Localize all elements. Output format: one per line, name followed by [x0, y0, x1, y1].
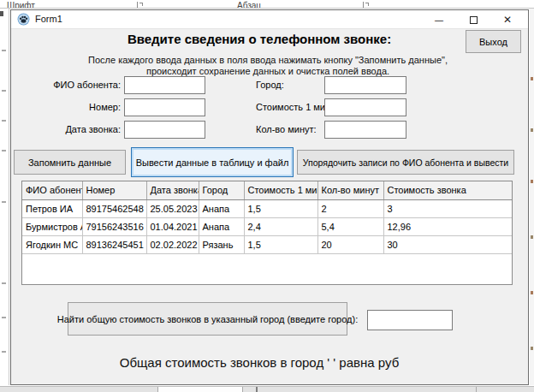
city-search-input[interactable]	[367, 310, 453, 330]
gridline-divider	[476, 387, 477, 392]
dialog-launcher-icon	[363, 2, 369, 9]
margin-artifact	[2, 317, 6, 318]
grid-header-row: ФИО абонента Номер Дата звонка Город Сто…	[22, 181, 512, 199]
col-header-minutes[interactable]: Кол-во минут	[317, 181, 383, 199]
close-icon[interactable]: ✕	[492, 10, 523, 29]
cell[interactable]: Анапа	[199, 217, 244, 235]
dialog-launcher-icon	[137, 2, 143, 9]
col-header-fio[interactable]: ФИО абонента	[22, 181, 82, 199]
cell[interactable]: 20	[317, 235, 383, 253]
cell[interactable]: 79156243516	[82, 217, 146, 235]
number-label: Номер:	[44, 98, 121, 116]
call-date-label: Дата звонка:	[44, 121, 121, 139]
margin-artifact	[2, 90, 6, 92]
cell[interactable]: 5,4	[317, 217, 383, 235]
fio-label: ФИО абонента:	[44, 76, 121, 94]
word-table-gridline-strip	[0, 386, 534, 392]
margin-artifact	[2, 351, 6, 353]
cell[interactable]: 89136245451	[82, 235, 146, 253]
window-title: Form1	[35, 14, 62, 24]
minutes-input[interactable]	[324, 121, 406, 139]
cell[interactable]: 12,96	[383, 217, 512, 235]
cell[interactable]: Петров ИА	[22, 199, 82, 217]
instructions-text: После каждого ввода данных в поля ввода …	[45, 55, 490, 77]
cell[interactable]: Анапа	[199, 199, 244, 217]
minimize-icon[interactable]: —	[424, 10, 454, 29]
call-date-input[interactable]	[124, 121, 205, 139]
gridline-divider	[256, 387, 258, 392]
margin-artifact	[531, 291, 533, 294]
cell[interactable]: 1,5	[244, 235, 317, 253]
page-title: Введите сведения о телефонном звонке:	[45, 32, 473, 46]
ribbon-group-paragraph-label: Абзац	[237, 1, 261, 9]
save-data-button[interactable]: Запомнить данные	[14, 150, 126, 175]
margin-artifact	[531, 347, 533, 350]
col-header-number[interactable]: Номер	[82, 181, 146, 199]
app-paw-icon[interactable]	[17, 13, 30, 26]
form-window: Form1 — ✕ Введите сведения о телефонном …	[10, 9, 529, 385]
ribbon-group-font-label: Шрифт	[7, 1, 35, 9]
find-city-total-button[interactable]: Найти общую стоимость звонков в указанны…	[68, 302, 347, 336]
cost-per-min-input[interactable]	[324, 98, 406, 116]
maximize-icon[interactable]	[458, 10, 489, 29]
margin-artifact	[2, 50, 6, 51]
table-row[interactable]: Ягодкин МС 89136245451 02.02.2022 Рязань…	[22, 235, 512, 253]
col-header-city[interactable]: Город	[199, 181, 244, 199]
margin-artifact	[531, 128, 533, 132]
calls-data-grid: ФИО абонента Номер Дата звонка Город Сто…	[21, 181, 513, 285]
total-cost-label: Общая стоимость звонков в город ' ' равн…	[11, 355, 507, 370]
cell[interactable]: 25.05.2023	[146, 199, 199, 217]
cell[interactable]: 3	[383, 199, 512, 217]
page-left-margin	[0, 9, 9, 385]
instructions-line-1: После каждого ввода данных в поля ввода …	[45, 55, 490, 66]
cell[interactable]: 30	[383, 235, 512, 253]
margin-artifact	[531, 180, 533, 183]
page-right-margin	[530, 9, 534, 385]
sort-by-fio-button[interactable]: Упорядочить записи по ФИО абонента и выв…	[297, 150, 514, 175]
cell[interactable]: Бурмистров АП	[22, 217, 82, 235]
cell[interactable]: 02.02.2022	[146, 235, 199, 253]
col-header-call-cost[interactable]: Стоимость звонка	[383, 181, 512, 199]
margin-artifact	[2, 282, 6, 284]
margin-artifact	[531, 235, 533, 239]
margin-artifact	[0, 11, 3, 16]
gridline-segment	[157, 387, 243, 392]
margin-artifact	[2, 150, 6, 151]
output-to-table-button[interactable]: Вывести данные в таблицу и файл	[131, 147, 294, 177]
table-row[interactable]: Петров ИА 89175462548 25.05.2023 Анапа 1…	[22, 199, 512, 217]
cell[interactable]: 89175462548	[82, 199, 146, 217]
table-row[interactable]: Бурмистров АП 79156243516 01.04.2021 Ана…	[22, 217, 512, 235]
city-input[interactable]	[324, 76, 406, 94]
title-bar[interactable]: Form1 — ✕	[11, 10, 528, 29]
word-ribbon-strip: Шрифт Абзац	[0, 0, 534, 9]
col-header-date[interactable]: Дата звонка	[146, 181, 199, 199]
cell[interactable]: 01.04.2021	[146, 217, 199, 235]
cell[interactable]: 1,5	[244, 199, 317, 217]
col-header-cost-min[interactable]: Стоимость 1 мин.	[244, 181, 317, 199]
cell[interactable]: Ягодкин МС	[22, 235, 82, 253]
number-input[interactable]	[124, 98, 205, 116]
cell[interactable]: 2,4	[244, 217, 317, 235]
cell[interactable]: 2	[317, 199, 383, 217]
margin-artifact	[531, 77, 533, 80]
maximize-box-glyph	[470, 16, 478, 24]
margin-artifact	[2, 201, 6, 203]
exit-button[interactable]: Выход	[466, 30, 521, 53]
cell[interactable]: Рязань	[199, 235, 244, 253]
fio-input[interactable]	[124, 76, 205, 94]
margin-artifact	[2, 120, 6, 122]
